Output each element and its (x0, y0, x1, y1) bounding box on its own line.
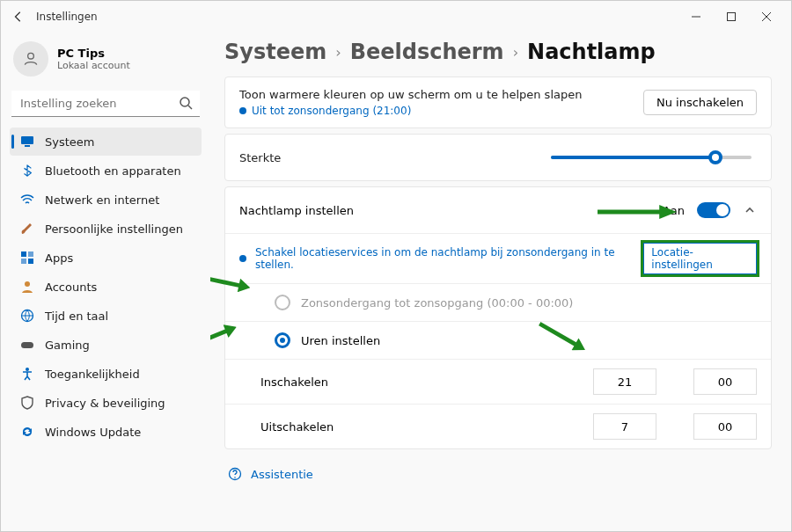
sidebar-item-netwerk[interactable]: Netwerk en internet (10, 186, 202, 214)
slider-thumb[interactable] (708, 150, 722, 164)
sidebar-item-label: Privacy & beveiliging (45, 397, 165, 410)
brush-icon (20, 222, 34, 236)
sidebar-item-update[interactable]: Windows Update (10, 418, 202, 446)
strength-label: Sterkte (239, 151, 363, 164)
breadcrumb: Systeem › Beeldscherm › Nachtlamp (224, 40, 772, 64)
strength-slider[interactable] (551, 156, 752, 159)
maximize-icon (727, 12, 736, 21)
update-icon (20, 425, 34, 439)
schedule-label: Nachtlamp instellen (239, 204, 650, 217)
turn-on-minute[interactable]: 00 (693, 368, 757, 395)
gamepad-icon (20, 338, 34, 352)
svg-rect-3 (21, 136, 33, 144)
shield-icon (20, 396, 34, 410)
option-hours-row[interactable]: Uren instellen (225, 321, 771, 359)
sidebar-item-apps[interactable]: Apps (10, 244, 202, 272)
location-settings-link[interactable]: Locatie-instellingen (643, 243, 757, 274)
svg-point-14 (234, 477, 236, 478)
monitor-icon (20, 135, 34, 149)
radio-sunset[interactable] (275, 295, 290, 310)
sidebar-item-gaming[interactable]: Gaming (10, 331, 202, 359)
svg-rect-7 (21, 259, 26, 264)
svg-rect-5 (21, 251, 26, 257)
header-status-line: Uit tot zonsondergang (21:00) (239, 105, 631, 117)
avatar (13, 41, 48, 77)
search-input[interactable] (11, 91, 200, 117)
chevron-right-icon: › (335, 44, 341, 61)
schedule-panel: Nachtlamp instellen Aan Schakel locaties… (224, 186, 772, 449)
person-icon (22, 50, 40, 68)
sidebar-item-persoonlijk[interactable]: Persoonlijke instellingen (10, 215, 202, 243)
sidebar-item-label: Gaming (45, 339, 90, 352)
sidebar-item-label: Netwerk en internet (45, 193, 159, 207)
accessibility-icon (20, 367, 34, 381)
chevron-up-icon (744, 205, 755, 215)
svg-rect-4 (25, 145, 30, 147)
option-sunset-row[interactable]: Zonsondergang tot zonsopgang (00:00 - 00… (225, 283, 771, 321)
breadcrumb-beeldscherm[interactable]: Beeldscherm (350, 40, 504, 64)
option-sunset-label: Zonsondergang tot zonsopgang (00:00 - 00… (301, 296, 573, 310)
svg-point-9 (25, 281, 30, 287)
info-dot-icon (239, 255, 246, 262)
sidebar-item-label: Systeem (45, 135, 94, 149)
wifi-icon (20, 193, 34, 207)
sidebar-item-label: Windows Update (45, 426, 141, 439)
radio-hours[interactable] (275, 332, 290, 348)
sidebar-item-tijd[interactable]: Tijd en taal (10, 302, 202, 330)
nav: Systeem Bluetooth en apparaten Netwerk e… (10, 128, 202, 446)
breadcrumb-nachtlamp: Nachtlamp (527, 40, 656, 64)
status-dot-icon (239, 107, 246, 114)
sidebar-item-label: Accounts (45, 281, 97, 294)
option-hours-label: Uren instellen (301, 334, 380, 347)
chevron-right-icon: › (513, 44, 518, 61)
apps-icon (20, 251, 34, 265)
svg-point-12 (26, 368, 29, 371)
turn-off-hour[interactable]: 7 (593, 413, 656, 440)
search-icon (179, 96, 193, 110)
close-icon (762, 12, 771, 21)
bluetooth-icon (20, 164, 34, 178)
enable-now-button[interactable]: Nu inschakelen (643, 90, 757, 115)
svg-rect-6 (28, 251, 33, 257)
turn-on-hour[interactable]: 21 (593, 368, 656, 395)
schedule-toggle[interactable] (697, 202, 730, 218)
location-info-text: Schakel locatieservices in om de nachtla… (255, 246, 634, 271)
turn-on-row: Inschakelen 21 00 (225, 359, 771, 404)
help-icon (228, 467, 242, 481)
assist-link[interactable]: Assistentie (224, 455, 772, 493)
svg-rect-0 (728, 13, 736, 21)
turn-off-minute[interactable]: 00 (693, 413, 757, 440)
location-info-bar: Schakel locatieservices in om de nachtla… (225, 233, 771, 283)
globe-icon (20, 309, 34, 323)
strength-panel: Sterkte (224, 134, 772, 181)
turn-on-label: Inschakelen (260, 375, 366, 389)
window-title: Instellingen (36, 11, 678, 23)
sidebar-item-toegankelijkheid[interactable]: Toegankelijkheid (10, 360, 202, 388)
main-content: Systeem › Beeldscherm › Nachtlamp Toon w… (210, 33, 791, 531)
sidebar-item-systeem[interactable]: Systeem (10, 128, 202, 156)
back-button[interactable] (8, 6, 29, 27)
titlebar: Instellingen (1, 1, 791, 33)
sidebar-item-label: Bluetooth en apparaten (45, 164, 181, 178)
svg-point-1 (28, 53, 34, 59)
sidebar-item-bluetooth[interactable]: Bluetooth en apparaten (10, 157, 202, 185)
sidebar-item-privacy[interactable]: Privacy & beveiliging (10, 389, 202, 417)
settings-window: Instellingen PC Tips Lokaal account (0, 0, 792, 532)
minimize-button[interactable] (678, 4, 714, 29)
svg-point-2 (180, 98, 189, 106)
user-block[interactable]: PC Tips Lokaal account (10, 36, 202, 87)
header-panel: Toon warmere kleuren op uw scherm om u t… (224, 77, 772, 128)
header-desc: Toon warmere kleuren op uw scherm om u t… (239, 88, 631, 101)
breadcrumb-systeem[interactable]: Systeem (224, 40, 326, 64)
header-status: Uit tot zonsondergang (21:00) (252, 105, 411, 117)
maximize-button[interactable] (714, 4, 749, 29)
sidebar-item-accounts[interactable]: Accounts (10, 273, 202, 301)
user-name: PC Tips (57, 47, 130, 60)
close-button[interactable] (749, 4, 784, 29)
turn-off-row: Uitschakelen 7 00 (225, 404, 771, 448)
turn-off-label: Uitschakelen (260, 420, 366, 434)
expand-button[interactable] (743, 203, 757, 217)
svg-rect-11 (21, 342, 33, 348)
sidebar-item-label: Apps (45, 251, 73, 265)
assist-label: Assistentie (251, 468, 313, 481)
